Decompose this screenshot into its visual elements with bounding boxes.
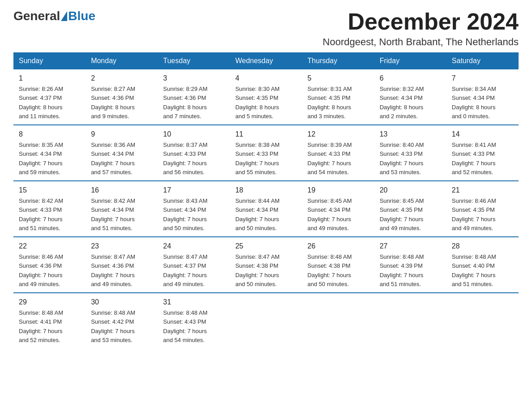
header-thursday: Thursday <box>302 52 374 69</box>
header-tuesday: Tuesday <box>158 52 230 69</box>
calendar-cell: 18 Sunrise: 8:44 AMSunset: 4:34 PMDaylig… <box>230 181 302 237</box>
calendar-cell <box>230 293 302 348</box>
day-number: 5 <box>308 73 369 84</box>
calendar-cell: 13 Sunrise: 8:40 AMSunset: 4:33 PMDaylig… <box>374 125 446 181</box>
day-info: Sunrise: 8:48 AMSunset: 4:41 PMDaylight:… <box>19 309 63 343</box>
calendar-cell: 20 Sunrise: 8:45 AMSunset: 4:35 PMDaylig… <box>374 181 446 237</box>
day-info: Sunrise: 8:46 AMSunset: 4:35 PMDaylight:… <box>452 197 496 231</box>
day-info: Sunrise: 8:36 AMSunset: 4:34 PMDaylight:… <box>91 141 135 176</box>
calendar-cell: 24 Sunrise: 8:47 AMSunset: 4:37 PMDaylig… <box>158 237 230 293</box>
day-number: 4 <box>235 73 296 84</box>
calendar-cell: 12 Sunrise: 8:39 AMSunset: 4:33 PMDaylig… <box>302 125 374 181</box>
title-section: December 2024 Noordgeest, North Brabant,… <box>323 9 519 48</box>
day-info: Sunrise: 8:48 AMSunset: 4:43 PMDaylight:… <box>163 309 207 343</box>
day-number: 2 <box>91 73 152 84</box>
day-number: 6 <box>380 73 441 84</box>
day-number: 11 <box>235 129 296 140</box>
day-info: Sunrise: 8:30 AMSunset: 4:35 PMDaylight:… <box>235 86 279 120</box>
day-info: Sunrise: 8:47 AMSunset: 4:37 PMDaylight:… <box>163 253 207 287</box>
day-info: Sunrise: 8:26 AMSunset: 4:37 PMDaylight:… <box>19 86 63 120</box>
day-info: Sunrise: 8:31 AMSunset: 4:35 PMDaylight:… <box>308 86 352 120</box>
day-number: 7 <box>452 73 513 84</box>
calendar-cell: 2 Sunrise: 8:27 AMSunset: 4:36 PMDayligh… <box>86 69 158 125</box>
location-title: Noordgeest, North Brabant, The Netherlan… <box>323 36 519 48</box>
month-title: December 2024 <box>323 9 519 34</box>
day-number: 23 <box>91 241 152 252</box>
calendar-cell: 16 Sunrise: 8:42 AMSunset: 4:34 PMDaylig… <box>86 181 158 237</box>
calendar-cell: 8 Sunrise: 8:35 AMSunset: 4:34 PMDayligh… <box>13 125 86 181</box>
day-number: 19 <box>308 185 369 196</box>
calendar-cell: 7 Sunrise: 8:34 AMSunset: 4:34 PMDayligh… <box>446 69 519 125</box>
day-info: Sunrise: 8:47 AMSunset: 4:38 PMDaylight:… <box>235 253 279 287</box>
logo-triangle-icon <box>61 11 67 21</box>
calendar-cell: 27 Sunrise: 8:48 AMSunset: 4:39 PMDaylig… <box>374 237 446 293</box>
day-info: Sunrise: 8:45 AMSunset: 4:35 PMDaylight:… <box>380 197 424 231</box>
calendar-week-row: 22 Sunrise: 8:46 AMSunset: 4:36 PMDaylig… <box>13 237 519 293</box>
calendar-cell: 15 Sunrise: 8:42 AMSunset: 4:33 PMDaylig… <box>13 181 86 237</box>
day-number: 16 <box>91 185 152 196</box>
day-number: 21 <box>452 185 513 196</box>
day-number: 18 <box>235 185 296 196</box>
calendar-cell: 29 Sunrise: 8:48 AMSunset: 4:41 PMDaylig… <box>13 293 86 348</box>
day-info: Sunrise: 8:45 AMSunset: 4:34 PMDaylight:… <box>308 197 352 231</box>
calendar-week-row: 8 Sunrise: 8:35 AMSunset: 4:34 PMDayligh… <box>13 125 519 181</box>
day-number: 24 <box>163 241 224 252</box>
day-info: Sunrise: 8:46 AMSunset: 4:36 PMDaylight:… <box>19 253 63 287</box>
day-number: 3 <box>163 73 224 84</box>
calendar-cell: 14 Sunrise: 8:41 AMSunset: 4:33 PMDaylig… <box>446 125 519 181</box>
calendar-cell: 1 Sunrise: 8:26 AMSunset: 4:37 PMDayligh… <box>13 69 86 125</box>
calendar-cell: 9 Sunrise: 8:36 AMSunset: 4:34 PMDayligh… <box>86 125 158 181</box>
day-info: Sunrise: 8:44 AMSunset: 4:34 PMDaylight:… <box>235 197 279 231</box>
calendar-cell: 23 Sunrise: 8:47 AMSunset: 4:36 PMDaylig… <box>86 237 158 293</box>
day-number: 22 <box>19 241 80 252</box>
calendar-cell: 19 Sunrise: 8:45 AMSunset: 4:34 PMDaylig… <box>302 181 374 237</box>
calendar-cell <box>374 293 446 348</box>
calendar-cell: 31 Sunrise: 8:48 AMSunset: 4:43 PMDaylig… <box>158 293 230 348</box>
calendar-week-row: 1 Sunrise: 8:26 AMSunset: 4:37 PMDayligh… <box>13 69 519 125</box>
header-monday: Monday <box>86 52 158 69</box>
calendar-week-row: 15 Sunrise: 8:42 AMSunset: 4:33 PMDaylig… <box>13 181 519 237</box>
day-info: Sunrise: 8:38 AMSunset: 4:33 PMDaylight:… <box>235 141 279 176</box>
calendar-cell <box>446 293 519 348</box>
logo: General Blue <box>13 9 95 23</box>
day-number: 15 <box>19 185 80 196</box>
calendar-cell: 21 Sunrise: 8:46 AMSunset: 4:35 PMDaylig… <box>446 181 519 237</box>
weekday-header-row: Sunday Monday Tuesday Wednesday Thursday… <box>13 52 519 69</box>
day-info: Sunrise: 8:34 AMSunset: 4:34 PMDaylight:… <box>452 86 496 120</box>
header-saturday: Saturday <box>446 52 519 69</box>
day-info: Sunrise: 8:27 AMSunset: 4:36 PMDaylight:… <box>91 86 135 120</box>
header-friday: Friday <box>374 52 446 69</box>
day-number: 25 <box>235 241 296 252</box>
calendar-cell: 22 Sunrise: 8:46 AMSunset: 4:36 PMDaylig… <box>13 237 86 293</box>
day-info: Sunrise: 8:48 AMSunset: 4:40 PMDaylight:… <box>452 253 496 287</box>
day-info: Sunrise: 8:43 AMSunset: 4:34 PMDaylight:… <box>163 197 207 231</box>
day-number: 14 <box>452 129 513 140</box>
logo-general-text: General <box>13 9 60 23</box>
day-number: 10 <box>163 129 224 140</box>
day-number: 27 <box>380 241 441 252</box>
day-number: 8 <box>19 129 80 140</box>
day-number: 12 <box>308 129 369 140</box>
day-number: 13 <box>380 129 441 140</box>
day-number: 26 <box>308 241 369 252</box>
day-number: 29 <box>19 297 80 308</box>
day-info: Sunrise: 8:42 AMSunset: 4:34 PMDaylight:… <box>91 197 135 231</box>
calendar-cell: 26 Sunrise: 8:48 AMSunset: 4:38 PMDaylig… <box>302 237 374 293</box>
day-number: 1 <box>19 73 80 84</box>
day-info: Sunrise: 8:32 AMSunset: 4:34 PMDaylight:… <box>380 86 424 120</box>
day-info: Sunrise: 8:42 AMSunset: 4:33 PMDaylight:… <box>19 197 63 231</box>
day-number: 17 <box>163 185 224 196</box>
day-info: Sunrise: 8:35 AMSunset: 4:34 PMDaylight:… <box>19 141 63 176</box>
day-number: 31 <box>163 297 224 308</box>
day-number: 28 <box>452 241 513 252</box>
calendar-week-row: 29 Sunrise: 8:48 AMSunset: 4:41 PMDaylig… <box>13 293 519 348</box>
day-info: Sunrise: 8:48 AMSunset: 4:42 PMDaylight:… <box>91 309 135 343</box>
calendar-cell: 28 Sunrise: 8:48 AMSunset: 4:40 PMDaylig… <box>446 237 519 293</box>
day-info: Sunrise: 8:37 AMSunset: 4:33 PMDaylight:… <box>163 141 207 176</box>
calendar-cell: 3 Sunrise: 8:29 AMSunset: 4:36 PMDayligh… <box>158 69 230 125</box>
day-info: Sunrise: 8:48 AMSunset: 4:39 PMDaylight:… <box>380 253 424 287</box>
calendar-cell: 10 Sunrise: 8:37 AMSunset: 4:33 PMDaylig… <box>158 125 230 181</box>
calendar-table: Sunday Monday Tuesday Wednesday Thursday… <box>13 52 519 348</box>
header-wednesday: Wednesday <box>230 52 302 69</box>
calendar-cell: 11 Sunrise: 8:38 AMSunset: 4:33 PMDaylig… <box>230 125 302 181</box>
